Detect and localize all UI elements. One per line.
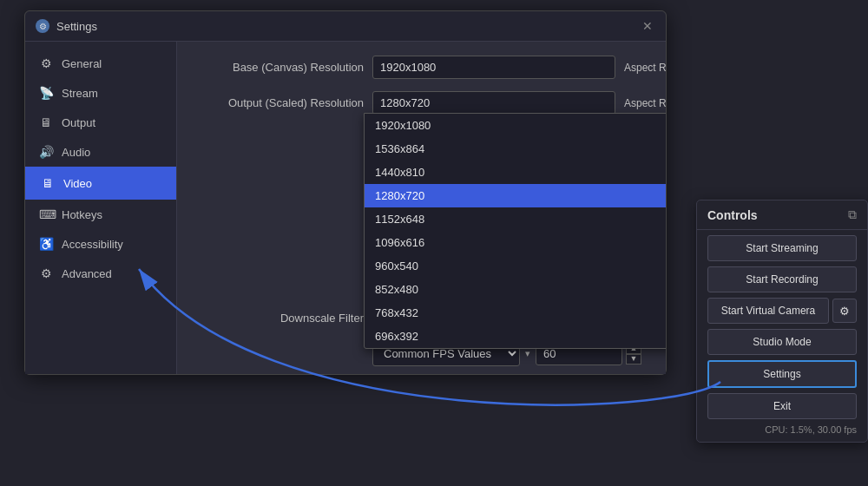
stream-icon: 📡 xyxy=(39,86,53,100)
sidebar-label-hotkeys: Hotkeys xyxy=(62,208,102,221)
exit-button[interactable]: Exit xyxy=(707,393,857,419)
advanced-icon: ⚙ xyxy=(39,266,53,280)
sidebar-label-general: General xyxy=(62,57,102,70)
window-body: ⚙ General 📡 Stream 🖥 Output 🔊 Audio 🖥 xyxy=(25,42,666,374)
title-bar: ⚙ Settings ✕ xyxy=(25,11,666,42)
main-content: Base (Canvas) Resolution 1920x1080 Aspec… xyxy=(177,42,666,374)
controls-header: Controls ⧉ xyxy=(697,200,867,230)
base-resolution-select[interactable]: 1920x1080 xyxy=(372,56,615,79)
start-virtual-camera-button[interactable]: Start Virtual Camera xyxy=(707,298,829,324)
audio-icon: 🔊 xyxy=(39,145,53,159)
output-resolution-wrapper: 1280x720 Aspect Ratio 16:9 xyxy=(372,91,666,115)
studio-mode-button[interactable]: Studio Mode xyxy=(707,329,857,355)
start-streaming-button[interactable]: Start Streaming xyxy=(707,235,857,261)
window-title: Settings xyxy=(56,20,97,33)
dropdown-item-768[interactable]: 768x432 xyxy=(365,301,666,325)
sidebar-item-output[interactable]: 🖥 Output xyxy=(25,108,176,137)
dropdown-item-1096[interactable]: 1096x616 xyxy=(365,231,666,254)
hotkeys-icon: ⌨ xyxy=(39,207,53,221)
settings-window: ⚙ Settings ✕ ⚙ General 📡 Stream 🖥 Output xyxy=(24,10,667,375)
sidebar: ⚙ General 📡 Stream 🖥 Output 🔊 Audio 🖥 xyxy=(25,42,177,374)
settings-button[interactable]: Settings xyxy=(707,360,857,388)
dropdown-item-696[interactable]: 696x392 xyxy=(365,325,666,348)
sidebar-item-video[interactable]: 🖥 Video xyxy=(25,167,176,200)
sidebar-label-stream: Stream xyxy=(62,87,98,100)
video-icon: 🖥 xyxy=(41,176,55,190)
fps-arrow: ▾ xyxy=(525,348,530,359)
sidebar-item-advanced[interactable]: ⚙ Advanced xyxy=(25,259,176,288)
controls-panel-icon: ⧉ xyxy=(848,207,857,222)
screenshot-container: ⚙ Settings ✕ ⚙ General 📡 Stream 🖥 Output xyxy=(0,0,868,486)
general-icon: ⚙ xyxy=(39,56,53,70)
controls-title: Controls xyxy=(707,208,758,222)
dropdown-item-1920[interactable]: 1920x1080 xyxy=(365,114,666,137)
obs-icon: ⚙ xyxy=(36,19,49,33)
controls-panel: Controls ⧉ Start Streaming Start Recordi… xyxy=(696,200,868,443)
downscale-label: Downscale Filter xyxy=(194,312,364,325)
start-recording-button[interactable]: Start Recording xyxy=(707,266,857,292)
aspect-ratio-1: Aspect Ratio 16:9 xyxy=(624,62,666,74)
virtual-camera-row: Start Virtual Camera ⚙ xyxy=(707,298,857,324)
fps-spinner-down[interactable]: ▼ xyxy=(626,354,641,364)
dropdown-item-852[interactable]: 852x480 xyxy=(365,278,666,301)
accessibility-icon: ♿ xyxy=(39,237,53,251)
virtual-camera-gear-button[interactable]: ⚙ xyxy=(832,299,857,323)
dropdown-item-1152[interactable]: 1152x648 xyxy=(365,207,666,231)
close-button[interactable]: ✕ xyxy=(640,18,655,34)
output-resolution-select[interactable]: 1280x720 xyxy=(372,91,615,115)
sidebar-label-output: Output xyxy=(62,116,95,129)
base-resolution-wrapper: 1920x1080 Aspect Ratio 16:9 xyxy=(372,56,666,79)
dropdown-item-1280[interactable]: 1280x720 xyxy=(365,184,666,207)
sidebar-label-advanced: Advanced xyxy=(62,267,112,280)
title-bar-left: ⚙ Settings xyxy=(36,19,97,33)
sidebar-label-video: Video xyxy=(63,177,92,190)
dropdown-item-1536[interactable]: 1536x864 xyxy=(365,137,666,161)
output-icon: 🖥 xyxy=(39,115,53,129)
sidebar-item-accessibility[interactable]: ♿ Accessibility xyxy=(25,229,176,259)
output-resolution-row: Output (Scaled) Resolution 1280x720 Aspe… xyxy=(194,91,666,115)
sidebar-item-hotkeys[interactable]: ⌨ Hotkeys xyxy=(25,200,176,229)
dropdown-item-1440[interactable]: 1440x810 xyxy=(365,161,666,184)
sidebar-item-general[interactable]: ⚙ General xyxy=(25,49,176,78)
status-bar: CPU: 1.5%, 30.00 fps xyxy=(697,419,867,435)
dropdown-item-960[interactable]: 960x540 xyxy=(365,254,666,278)
resolution-dropdown: 1920x1080 1536x864 1440x810 1280x720 115… xyxy=(364,113,666,349)
sidebar-item-audio[interactable]: 🔊 Audio xyxy=(25,137,176,167)
output-resolution-label: Output (Scaled) Resolution xyxy=(194,96,364,109)
sidebar-label-accessibility: Accessibility xyxy=(62,238,123,251)
aspect-ratio-2: Aspect Ratio 16:9 xyxy=(624,97,666,109)
sidebar-label-audio: Audio xyxy=(62,146,90,159)
base-resolution-label: Base (Canvas) Resolution xyxy=(194,61,364,74)
base-resolution-row: Base (Canvas) Resolution 1920x1080 Aspec… xyxy=(194,56,666,79)
sidebar-item-stream[interactable]: 📡 Stream xyxy=(25,78,176,108)
